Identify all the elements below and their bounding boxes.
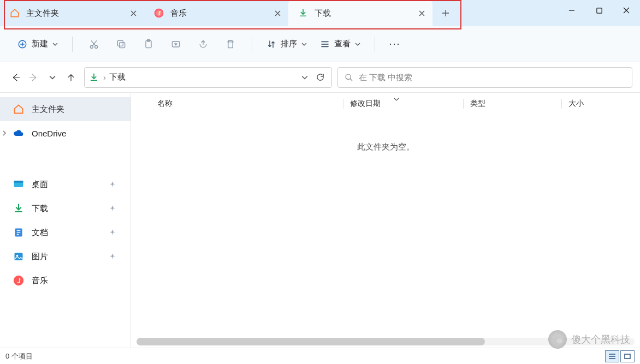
wechat-icon	[548, 330, 567, 349]
status-bar: 0 个项目	[0, 348, 640, 364]
sidebar-item-downloads[interactable]: 下载	[0, 196, 131, 220]
chevron-down-icon	[52, 43, 58, 46]
search-icon	[345, 73, 353, 82]
paste-button[interactable]	[136, 33, 161, 55]
search-bar[interactable]	[337, 67, 632, 88]
copy-button[interactable]	[109, 33, 134, 55]
watermark: 傻大个黑科技	[548, 330, 630, 349]
svg-point-5	[95, 45, 98, 48]
new-label: 新建	[32, 39, 48, 49]
toolbar: 新建 排序 查看 ···	[0, 26, 640, 62]
main-area: 主文件夹 OneDrive 桌面 下载	[0, 93, 640, 348]
empty-folder-message: 此文件夹为空。	[131, 142, 640, 152]
up-button[interactable]	[63, 70, 79, 85]
recent-button[interactable]	[45, 70, 60, 85]
svg-point-11	[346, 74, 351, 79]
sidebar-item-label: 音乐	[32, 276, 48, 286]
svg-rect-2	[596, 8, 601, 13]
window-controls	[558, 0, 640, 21]
scrollbar-thumb[interactable]	[137, 338, 485, 345]
column-size[interactable]: 大小	[561, 99, 584, 109]
cloud-icon	[13, 128, 24, 139]
svg-rect-7	[117, 40, 123, 46]
svg-point-1	[155, 9, 164, 18]
navigation-bar: › 下载	[0, 62, 640, 93]
new-button[interactable]: 新建	[12, 35, 63, 52]
watermark-text: 傻大个黑科技	[571, 333, 630, 346]
view-icon	[320, 39, 330, 49]
tab-home-folder[interactable]: 主文件夹	[0, 0, 144, 26]
chevron-down-icon	[355, 43, 360, 46]
sidebar-item-label: 主文件夹	[32, 104, 64, 115]
sidebar-item-onedrive[interactable]: OneDrive	[0, 121, 131, 145]
close-icon[interactable]	[129, 9, 138, 17]
tab-label: 主文件夹	[26, 8, 122, 19]
download-icon	[298, 8, 308, 18]
share-button[interactable]	[191, 33, 216, 55]
download-icon	[89, 73, 99, 82]
pin-icon	[109, 253, 116, 260]
desktop-icon	[13, 179, 24, 190]
maximize-button[interactable]	[585, 0, 613, 21]
svg-rect-6	[120, 42, 125, 47]
item-count: 0 个项目	[5, 351, 33, 361]
plus-circle-icon	[17, 39, 27, 49]
sidebar-item-label: OneDrive	[32, 129, 66, 138]
more-button[interactable]: ···	[384, 38, 406, 50]
sidebar-item-label: 图片	[32, 252, 48, 262]
close-icon[interactable]	[417, 9, 426, 17]
tab-label: 下载	[315, 8, 411, 19]
svg-point-4	[90, 45, 93, 48]
home-icon	[13, 104, 24, 115]
minimize-button[interactable]	[558, 0, 585, 21]
tab-music[interactable]: 音乐	[144, 0, 288, 26]
sidebar-item-home[interactable]: 主文件夹	[0, 97, 131, 121]
tab-bar: 主文件夹 音乐 下载	[0, 0, 640, 26]
new-tab-button[interactable]	[436, 3, 455, 23]
refresh-button[interactable]	[313, 70, 327, 84]
column-name[interactable]: 名称	[157, 99, 343, 109]
back-button[interactable]	[8, 70, 23, 85]
address-bar[interactable]: › 下载	[84, 67, 332, 88]
details-view-button[interactable]	[605, 350, 619, 362]
column-type[interactable]: 类型	[463, 99, 561, 109]
delete-button[interactable]	[218, 33, 243, 55]
sidebar-item-desktop[interactable]: 桌面	[0, 172, 131, 196]
svg-rect-18	[625, 354, 630, 359]
tab-downloads[interactable]: 下载	[288, 0, 432, 26]
pictures-icon	[13, 251, 24, 262]
documents-icon	[13, 227, 24, 238]
separator	[72, 37, 73, 52]
sidebar-item-documents[interactable]: 文档	[0, 220, 131, 244]
breadcrumb-separator: ›	[103, 73, 106, 82]
chevron-down-icon[interactable]	[301, 75, 308, 80]
chevron-right-icon[interactable]	[2, 130, 7, 136]
close-icon[interactable]	[273, 9, 282, 17]
sidebar: 主文件夹 OneDrive 桌面 下载	[0, 93, 131, 348]
icons-view-button[interactable]	[620, 350, 635, 362]
pin-icon	[109, 181, 116, 188]
view-button[interactable]: 查看	[315, 35, 366, 52]
sidebar-item-label: 下载	[32, 204, 48, 214]
view-label: 查看	[334, 39, 351, 49]
forward-button[interactable]	[26, 70, 42, 85]
tab-label: 音乐	[170, 8, 266, 19]
close-window-button[interactable]	[613, 0, 640, 21]
sidebar-item-pictures[interactable]: 图片	[0, 244, 131, 268]
rename-button[interactable]	[163, 33, 188, 55]
cut-button[interactable]	[81, 33, 106, 55]
separator	[252, 37, 252, 52]
content-area: 名称 修改日期 类型 大小 此文件夹为空。	[131, 93, 640, 348]
svg-point-20	[556, 338, 562, 343]
chevron-down-icon	[394, 98, 399, 101]
column-headers: 名称 修改日期 类型 大小	[131, 93, 640, 115]
sort-button[interactable]: 排序	[261, 35, 312, 52]
search-input[interactable]	[359, 73, 625, 82]
svg-rect-15	[15, 253, 23, 260]
sidebar-item-music[interactable]: 音乐	[0, 268, 131, 293]
sidebar-item-label: 桌面	[32, 180, 48, 190]
pin-icon	[109, 205, 116, 212]
sort-icon	[266, 39, 276, 49]
separator	[375, 37, 375, 52]
column-date[interactable]: 修改日期	[343, 99, 463, 109]
